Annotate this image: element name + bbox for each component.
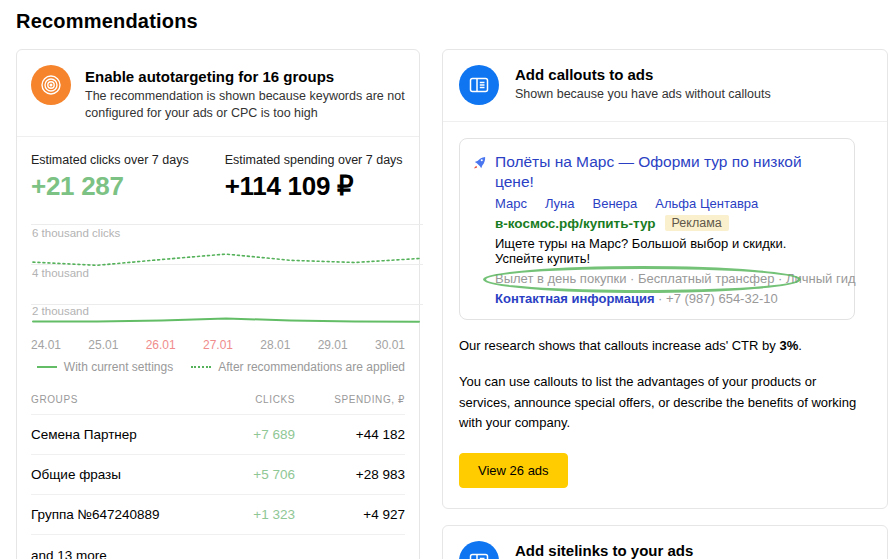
ad-callouts: Вылет в день покупки · Бесплатный трансф… — [495, 271, 856, 286]
estimated-spending: Estimated spending over 7 days +114 109 … — [225, 153, 403, 202]
x-tick: 24.01 — [31, 338, 61, 352]
sitelink[interactable]: Марс — [495, 196, 527, 211]
ad-text: Ищете туры на Марс? Большой выбор и скид… — [495, 236, 838, 266]
table-header-row: Groups Clicks Spending, ₽ — [31, 388, 405, 415]
x-axis: 24.01 25.01 26.01 27.01 28.01 29.01 30.0… — [31, 338, 405, 352]
table-row: Общие фразы +5 706 +28 983 — [31, 455, 405, 495]
x-tick: 25.01 — [88, 338, 118, 352]
ad-contact-row: Контактная информация · +7 (987) 654-32-… — [495, 291, 838, 306]
x-tick: 29.01 — [318, 338, 348, 352]
ad-preview: Полёты на Марс — Оформи тур по низкой це… — [459, 138, 855, 320]
x-tick: 28.01 — [260, 338, 290, 352]
sitelinks-card: Add sitelinks to your ads Shown because … — [442, 525, 888, 559]
ad-card-icon — [459, 541, 499, 559]
ad-badge: Реклама — [665, 215, 729, 231]
estimated-clicks-value: +21 287 — [31, 171, 189, 202]
page-title: Recommendations — [16, 10, 888, 33]
sitelink[interactable]: Луна — [545, 196, 575, 211]
callouts-research-text: Our research shows that callouts increas… — [459, 336, 859, 356]
autotargeting-title: Enable autotargeting for 16 groups — [85, 68, 405, 85]
autotargeting-card: Enable autotargeting for 16 groups The r… — [16, 49, 420, 559]
legend-after-recommendations: After recommendations are applied — [191, 360, 405, 374]
groups-table: Groups Clicks Spending, ₽ Семена Партнер… — [31, 388, 405, 559]
autotargeting-description: The recommendation is shown because keyw… — [85, 88, 405, 122]
callouts-usage-text: You can use callouts to list the advanta… — [459, 372, 859, 432]
estimates-row: Estimated clicks over 7 days +21 287 Est… — [17, 137, 419, 208]
callouts-card: Add callouts to ads Shown because you ha… — [442, 49, 888, 509]
autotargeting-icon — [31, 65, 71, 105]
table-row: Семена Партнер +7 689 +44 182 — [31, 415, 405, 455]
x-tick: 30.01 — [375, 338, 405, 352]
sitelinks-card-title: Add sitelinks to your ads — [515, 542, 773, 559]
table-row: Группа №647240889 +1 323 +4 927 — [31, 495, 405, 535]
dotted-line-icon — [191, 366, 211, 368]
estimated-spending-value: +114 109 ₽ — [225, 171, 403, 202]
y-axis-label: 2 thousand — [32, 305, 89, 317]
view-ads-button[interactable]: View 26 ads — [459, 453, 568, 488]
divider — [443, 121, 887, 122]
sitelink[interactable]: Венера — [593, 196, 638, 211]
rocket-icon — [472, 155, 487, 173]
contact-phone: · +7 (987) 654-32-10 — [654, 291, 777, 306]
more-groups-label: and 13 more — [31, 535, 405, 559]
ad-display-url: в-космос.рф/купить-тур — [495, 216, 656, 231]
y-axis-label: 4 thousand — [32, 267, 89, 279]
estimated-clicks: Estimated clicks over 7 days +21 287 — [31, 153, 189, 202]
solid-line-icon — [37, 366, 57, 368]
ad-sitelinks: Марс Луна Венера Альфа Центавра — [495, 196, 758, 211]
ad-title-link[interactable]: Полёты на Марс — Оформи тур по низкой це… — [495, 152, 838, 192]
x-tick-weekend: 26.01 — [146, 338, 176, 352]
callouts-card-subtitle: Shown because you have ads without callo… — [515, 87, 771, 101]
ad-card-icon — [459, 65, 499, 105]
y-axis-label: 6 thousand clicks — [32, 227, 120, 239]
x-tick-weekend: 27.01 — [203, 338, 233, 352]
recommendations-page: Recommendations Enable autotargeting for… — [0, 0, 888, 559]
clicks-forecast-chart: 6 thousand clicks 4 thousand 2 thousand — [31, 218, 405, 336]
contact-info-link[interactable]: Контактная информация — [495, 291, 654, 306]
legend-current-settings: With current settings — [37, 360, 173, 374]
chart-legend: With current settings After recommendati… — [31, 360, 405, 374]
callouts-card-title: Add callouts to ads — [515, 66, 771, 83]
sitelink[interactable]: Альфа Центавра — [655, 196, 758, 211]
